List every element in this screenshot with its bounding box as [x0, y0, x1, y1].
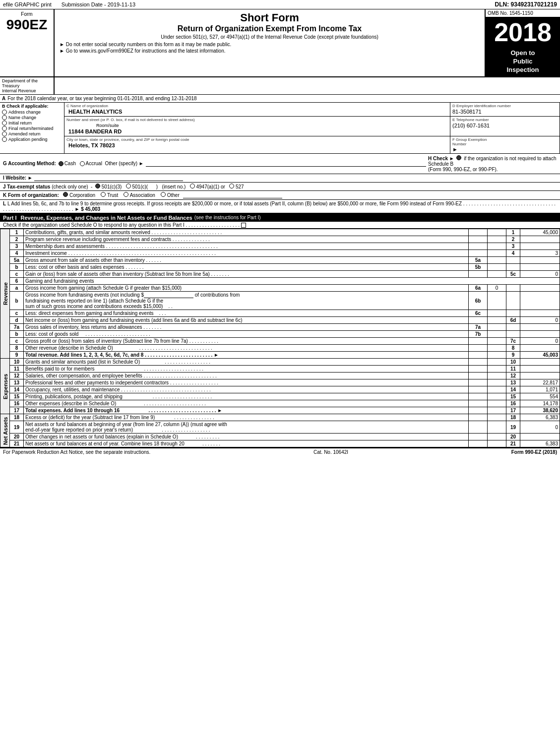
4947-radio[interactable] [190, 184, 195, 188]
amount-7c: 0 [520, 338, 560, 345]
amount-label-7b [506, 331, 520, 338]
row-num-21: 21 [10, 440, 24, 447]
expense-row-15: 15 Printing, publications, postage, and … [0, 393, 560, 400]
open-to-public: Open to Public Inspection [486, 47, 560, 76]
amount-label-5c: 5c [506, 271, 520, 278]
schedule-o-checkbox[interactable] [241, 223, 246, 228]
form-title-block: Short Form Return of Organization Exempt… [55, 9, 486, 76]
assets-row-20: 20 Other changes in net assets or fund b… [0, 434, 560, 440]
line-ref-6d [469, 317, 488, 324]
option2: 501(c)( [132, 184, 148, 189]
dept-right [486, 77, 560, 94]
line-box-18 [488, 414, 506, 421]
amount-label-2: 2 [506, 236, 520, 243]
assets-row-18: Net Assets 18 Excess or (deficit) for th… [0, 414, 560, 421]
info-grid: B Check if applicable: Address change Na… [0, 103, 560, 154]
other-label: Other (specify) ► [105, 161, 143, 166]
form-page: efile GRAPHIC print Submission Date - 20… [0, 0, 560, 456]
line-ref-18 [469, 414, 488, 421]
amount-5c: 0 [520, 271, 560, 278]
amount-7a [520, 324, 560, 331]
527-radio[interactable] [229, 184, 234, 188]
revenue-row-7c: c Gross profit or (loss) from sales of i… [0, 338, 560, 345]
expense-row-16: 16 Other expenses (describe in Schedule … [0, 400, 560, 407]
row-num-6c: c [10, 310, 24, 317]
under-section: Under section 501(c), 527, or 4947(a)(1)… [60, 34, 480, 40]
k-label: K Form of organization: [3, 192, 59, 198]
accrual-radio[interactable] [80, 161, 85, 166]
application-pending-radio[interactable] [2, 137, 7, 142]
amount-label-5a [506, 257, 520, 264]
amount-5a [520, 257, 560, 264]
row-num-5b: b [10, 264, 24, 271]
other-org-label: Other [167, 192, 180, 198]
part1-title: Revenue, Expenses, and Changes in Net As… [21, 215, 192, 221]
row-desc-17: Total expenses. Add lines 10 through 16 … [24, 407, 469, 414]
cash-radio[interactable] [59, 161, 63, 166]
corp-label: Corporation [69, 192, 95, 198]
final-return-label: Final return/terminated [8, 126, 54, 131]
address-change-radio[interactable] [2, 110, 7, 115]
street-col: Number and street (or P. O. box, if mail… [64, 117, 450, 136]
section-a-ending: , and ending 12-31-2018 [143, 96, 197, 101]
final-return-item: Final return/terminated [2, 126, 62, 131]
row-desc-7a: Gross sales of inventory, less returns a… [24, 324, 469, 331]
b-label: B Check if applicable: [2, 104, 62, 109]
line-ref-17 [469, 407, 488, 414]
amount-label-7c: 7c [506, 338, 520, 345]
501c3-radio[interactable] [95, 184, 100, 188]
address-change-label: Address change [8, 110, 41, 115]
main-data-table: Revenue 1 Contributions, gifts, grants, … [0, 229, 560, 447]
row-desc-11: Benefits paid to or for members . . . . … [24, 366, 469, 373]
form-990ez: 990EZ [6, 17, 48, 33]
trust-radio[interactable] [101, 192, 106, 197]
line-box-5a [488, 257, 506, 264]
row-num-7c: c [10, 338, 24, 345]
row-desc-6: Gaming and fundraising events [24, 278, 560, 285]
corp-radio[interactable] [63, 192, 68, 197]
form-header: Form 990EZ Short Form Return of Organiza… [0, 9, 560, 77]
revenue-row-3: 3 Membership dues and assessments . . . … [0, 243, 560, 250]
row-num-1: 1 [10, 229, 24, 236]
footer-cat: Cat. No. 10642I [313, 449, 348, 455]
final-return-radio[interactable] [2, 126, 7, 131]
row-desc-9: Total revenue. Add lines 1, 2, 3, 4, 5c,… [24, 352, 469, 359]
line-box-14 [488, 386, 506, 393]
assoc-radio[interactable] [124, 192, 128, 197]
h-radio[interactable] [456, 155, 461, 160]
row-num-12: 12 [10, 373, 24, 379]
go-to: ► Go to www.irs.gov/Form990EZ for instru… [60, 48, 480, 54]
row-num-14: 14 [10, 386, 24, 393]
name-change-radio[interactable] [2, 115, 7, 120]
revenue-row-9: 9 Total revenue. Add lines 1, 2, 3, 4, 5… [0, 352, 560, 359]
line-ref-16 [469, 400, 488, 407]
line-ref-14 [469, 386, 488, 393]
option2b: ) [156, 184, 158, 189]
amount-11 [520, 366, 560, 373]
row-desc-6b: Gross income from fundraising events (no… [24, 292, 469, 310]
expense-row-11: 11 Benefits paid to or for members . . .… [0, 366, 560, 373]
amount-14: 1,071 [520, 386, 560, 393]
line-ref-15 [469, 393, 488, 400]
other-org-radio[interactable] [161, 192, 166, 197]
expense-row-10: Expenses 10 Grants and similar amounts p… [0, 359, 560, 366]
initial-return-radio[interactable] [2, 121, 7, 125]
amount-label-8: 8 [506, 345, 520, 352]
row-desc-5b: Less: cost or other basis and sales expe… [24, 264, 469, 271]
line-box-6c [488, 310, 506, 317]
row-num-20: 20 [10, 434, 24, 440]
revenue-row-5c: c Gain or (loss) from sale of assets oth… [0, 271, 560, 278]
amount-label-19: 19 [506, 421, 520, 434]
row-num-8: 8 [10, 345, 24, 352]
d-col: D Employer identification number 81-3508… [450, 103, 560, 116]
revenue-row-2: 2 Program service revenue including gove… [0, 236, 560, 243]
part1-label: Part I [3, 215, 17, 221]
form-org-row: K Form of organization: Corporation Trus… [0, 191, 560, 200]
row-desc-6a: Gross income from gaming (attach Schedul… [24, 285, 469, 292]
amended-return-radio[interactable] [2, 131, 7, 136]
501c-radio[interactable] [126, 184, 131, 188]
revenue-row-6b: b Gross income from fundraising events (… [0, 292, 560, 310]
row-desc-13: Professional fees and other payments to … [24, 379, 469, 386]
row-num-5a: 5a [10, 257, 24, 264]
e-col: E Telephone number (210) 607-1631 [450, 117, 560, 136]
